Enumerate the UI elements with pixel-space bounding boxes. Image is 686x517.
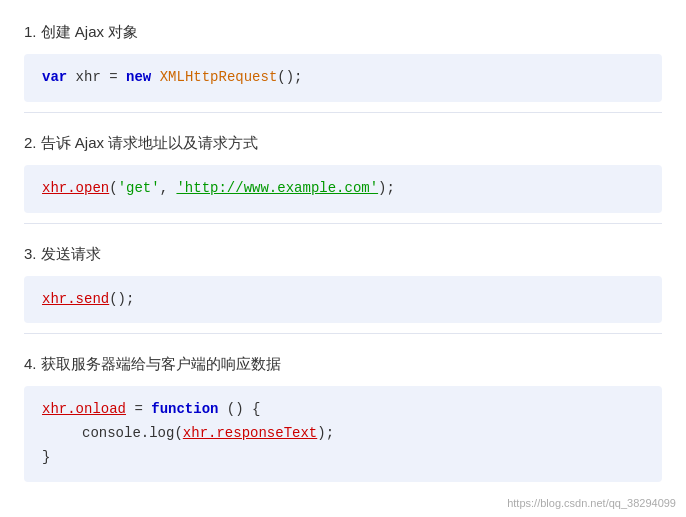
code-token: xhr.open [42,180,109,196]
section-2: 2. 告诉 Ajax 请求地址以及请求方式xhr.open('get', 'ht… [24,131,662,224]
code-token: (); [109,291,134,307]
section-title-3: 3. 发送请求 [24,242,662,266]
code-token: = [109,69,126,85]
code-token: , [160,180,177,196]
code-line: xhr.open('get', 'http://www.example.com'… [42,177,644,201]
code-token: ); [317,425,334,441]
code-token: ( [109,180,117,196]
code-token: xhr.onload [42,401,126,417]
code-token: xhr.send [42,291,109,307]
code-token: xhr.responseText [183,425,317,441]
code-token: new [126,69,151,85]
section-divider [24,333,662,334]
section-3: 3. 发送请求xhr.send(); [24,242,662,335]
code-line: var xhr = new XMLHttpRequest(); [42,66,644,90]
section-1: 1. 创建 Ajax 对象var xhr = new XMLHttpReques… [24,20,662,113]
code-block-3: xhr.send(); [24,276,662,324]
code-token: } [42,449,50,465]
code-line: xhr.onload = function () { [42,398,644,422]
code-token: console.log( [82,425,183,441]
section-4: 4. 获取服务器端给与客户端的响应数据xhr.onload = function… [24,352,662,481]
code-token: function [151,401,218,417]
code-token: 'http://www.example.com' [176,180,378,196]
section-divider [24,112,662,113]
code-block-4: xhr.onload = function () {console.log(xh… [24,386,662,481]
code-token: () { [218,401,260,417]
section-divider [24,223,662,224]
watermark: https://blog.csdn.net/qq_38294099 [507,497,676,509]
code-block-1: var xhr = new XMLHttpRequest(); [24,54,662,102]
code-token: var [42,69,67,85]
code-token: xhr [67,69,109,85]
code-token: (); [277,69,302,85]
section-title-4: 4. 获取服务器端给与客户端的响应数据 [24,352,662,376]
code-line: console.log(xhr.responseText); [42,422,644,446]
code-token: ); [378,180,395,196]
code-line: } [42,446,644,470]
section-title-2: 2. 告诉 Ajax 请求地址以及请求方式 [24,131,662,155]
code-token: 'get' [118,180,160,196]
code-token [151,69,159,85]
code-token: = [126,401,151,417]
code-line: xhr.send(); [42,288,644,312]
section-title-1: 1. 创建 Ajax 对象 [24,20,662,44]
code-token: XMLHttpRequest [160,69,278,85]
code-block-2: xhr.open('get', 'http://www.example.com'… [24,165,662,213]
